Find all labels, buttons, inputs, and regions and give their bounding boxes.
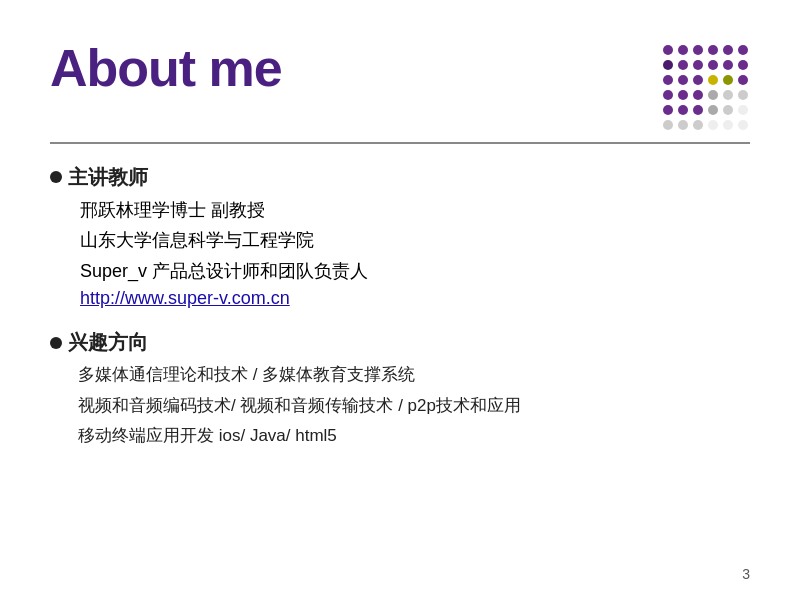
teacher-details: 邢跃林理学博士 副教授 山东大学信息科学与工程学院 Super_v 产品总设计师…: [50, 195, 750, 310]
dot: [693, 60, 703, 70]
dot: [738, 120, 748, 130]
dot: [708, 45, 718, 55]
dot: [723, 105, 733, 115]
teacher-name-title: 邢跃林理学博士 副教授: [80, 195, 750, 226]
interests-bullet-title: 兴趣方向: [50, 329, 750, 356]
dot: [678, 60, 688, 70]
dot: [723, 120, 733, 130]
dot: [693, 90, 703, 100]
dot: [708, 90, 718, 100]
dot: [678, 75, 688, 85]
interests-line-2: 视频和音频编码技术/ 视频和音频传输技术 / p2p技术和应用: [50, 391, 750, 422]
dot: [738, 90, 748, 100]
dot: [708, 75, 718, 85]
title-divider: [50, 142, 750, 144]
dot: [693, 75, 703, 85]
teacher-bullet-title: 主讲教师: [50, 164, 750, 191]
teacher-section: 主讲教师 邢跃林理学博士 副教授 山东大学信息科学与工程学院 Super_v 产…: [50, 164, 750, 310]
page-number: 3: [742, 566, 750, 582]
dot: [663, 120, 673, 130]
dot: [723, 90, 733, 100]
dot: [693, 45, 703, 55]
dot: [663, 45, 673, 55]
dot: [678, 105, 688, 115]
dot: [663, 90, 673, 100]
dot: [678, 45, 688, 55]
dot: [678, 120, 688, 130]
dot: [723, 75, 733, 85]
dot: [738, 60, 748, 70]
teacher-role: Super_v 产品总设计师和团队负责人: [80, 256, 750, 287]
dot: [738, 45, 748, 55]
dot: [693, 105, 703, 115]
header-section: About me: [50, 40, 750, 132]
dot: [723, 45, 733, 55]
interests-label: 兴趣方向: [68, 329, 148, 356]
teacher-university: 山东大学信息科学与工程学院: [80, 225, 750, 256]
dot: [663, 75, 673, 85]
dot: [708, 60, 718, 70]
dot: [708, 105, 718, 115]
bullet-icon: [50, 337, 62, 349]
interests-line-3: 移动终端应用开发 ios/ Java/ html5: [50, 421, 750, 452]
slide-title: About me: [50, 40, 282, 97]
dot-grid-decoration: [663, 45, 750, 132]
interests-section: 兴趣方向 多媒体通信理论和技术 / 多媒体教育支撑系统 视频和音频编码技术/ 视…: [50, 329, 750, 452]
teacher-website-link[interactable]: http://www.super-v.com.cn: [80, 288, 750, 309]
dot: [693, 120, 703, 130]
interests-line-1: 多媒体通信理论和技术 / 多媒体教育支撑系统: [50, 360, 750, 391]
dot: [678, 90, 688, 100]
teacher-label: 主讲教师: [68, 164, 148, 191]
bullet-icon: [50, 171, 62, 183]
dot: [723, 60, 733, 70]
dot: [663, 60, 673, 70]
dot: [738, 75, 748, 85]
dot: [738, 105, 748, 115]
slide: About me: [0, 0, 800, 600]
dot: [663, 105, 673, 115]
dot: [708, 120, 718, 130]
